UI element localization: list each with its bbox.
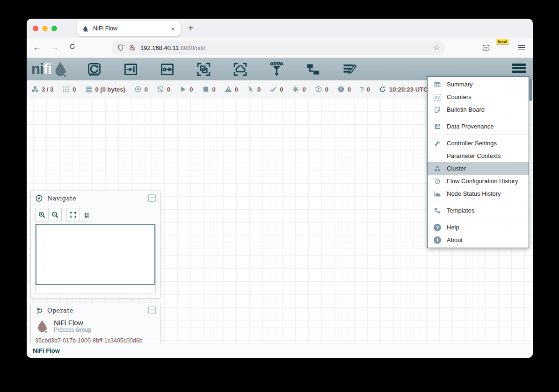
counters-icon: 23 [434, 94, 441, 100]
not-transmitting-count: 0 [167, 86, 170, 93]
zoom-out-button[interactable] [48, 208, 62, 221]
menu-item-data-provenance[interactable]: Data Provenance [428, 120, 529, 133]
breadcrumb: NiFi Flow [27, 343, 533, 358]
zoom-fit-button[interactable] [66, 208, 80, 221]
process-group-drop-icon [35, 318, 49, 334]
compass-icon [35, 194, 43, 202]
menu-item-cluster[interactable]: Cluster [428, 162, 529, 175]
zoom-in-icon [38, 211, 46, 219]
zoom-window-button[interactable] [51, 26, 57, 31]
history-icon [434, 178, 441, 185]
queued-count: 0 (0 bytes) [95, 86, 125, 93]
label-component-icon[interactable] [342, 62, 357, 77]
back-button[interactable]: ← [33, 43, 41, 52]
tracking-protection-shield-icon[interactable] [117, 44, 124, 51]
active-threads-count: 0 [73, 86, 76, 93]
menu-item-controller-settings[interactable]: Controller Settings [428, 137, 529, 150]
stopped-count: 0 [212, 86, 216, 93]
zoom-in-button[interactable] [35, 208, 49, 221]
menu-item-about[interactable]: iAbout [428, 234, 529, 246]
url-path: :8080/nifi/ [179, 44, 205, 51]
stale-icon [315, 86, 322, 93]
menu-item-help[interactable]: ?Help [428, 221, 529, 234]
bookmark-star-icon[interactable]: ☆ [434, 43, 440, 52]
running-count: 0 [189, 86, 193, 93]
minimize-window-button[interactable] [42, 26, 48, 31]
logo-text-fi: fi [44, 62, 51, 76]
help-icon: ? [434, 224, 441, 231]
scrollbar-thumb[interactable] [529, 79, 532, 101]
menu-item-node-status-history[interactable]: Node Status History [428, 187, 529, 200]
stale-count: 0 [325, 86, 328, 93]
funnel-component-icon[interactable] [269, 62, 284, 77]
output-port-component-icon[interactable] [160, 62, 175, 77]
menu-item-parameter-contexts[interactable]: Parameter Contexts [428, 150, 529, 162]
firefox-menu-icon[interactable] [518, 45, 525, 50]
templates-icon [434, 207, 441, 214]
menu-item-counters[interactable]: 23Counters [428, 91, 529, 103]
global-menu: Summary 23Counters Bulletin Board Data P… [427, 76, 529, 248]
navigate-title: Navigate [47, 195, 144, 202]
birdseye-map[interactable] [36, 224, 155, 285]
tab-close-icon[interactable]: × [170, 25, 176, 32]
cluster-icon [31, 86, 39, 93]
browser-toolbar: ← → 192.168.40.11:8080/nifi/ ☆ local [27, 38, 533, 58]
locally-modified-stale-count: 0 [348, 86, 351, 93]
selected-component-name: NiFi Flow [54, 319, 91, 327]
refresh-icon[interactable] [379, 86, 386, 93]
menu-item-summary[interactable]: Summary [428, 78, 529, 91]
menu-divider [428, 219, 529, 219]
locally-modified-count: 0 [302, 86, 305, 93]
disabled-count: 0 [257, 86, 261, 93]
macos-traffic-lights [33, 26, 57, 31]
nifi-drop-icon [52, 61, 69, 78]
template-component-icon[interactable] [305, 62, 321, 77]
up-to-date-count: 0 [280, 86, 283, 93]
tab-title: NiFi Flow [93, 25, 170, 32]
menu-item-flow-configuration-history[interactable]: Flow Configuration History [428, 175, 529, 187]
url-bar[interactable]: 192.168.40.11:8080/nifi/ ☆ [112, 41, 444, 55]
locally-modified-stale-icon [337, 86, 345, 93]
operate-title: Operate [47, 307, 144, 314]
insecure-lock-icon[interactable] [129, 44, 136, 51]
breadcrumb-root[interactable]: NiFi Flow [33, 347, 60, 354]
collapse-operate-button[interactable]: − [148, 306, 156, 314]
operate-glove-icon [34, 306, 44, 315]
active-threads-icon [62, 86, 70, 93]
menu-item-bulletin-board[interactable]: Bulletin Board [428, 103, 529, 116]
browser-tab-bar: NiFi Flow × + [27, 19, 533, 38]
invalid-icon [225, 86, 232, 93]
input-port-component-icon[interactable] [123, 62, 138, 77]
url-host: 192.168.40.11 [140, 44, 179, 51]
browser-tab[interactable]: NiFi Flow × [77, 21, 181, 36]
up-to-date-icon [269, 86, 277, 93]
url-text: 192.168.40.11:8080/nifi/ [140, 44, 205, 51]
logo-text-ni: ni [31, 62, 44, 76]
not-transmitting-icon [157, 86, 164, 93]
pocket-icon[interactable] [482, 43, 490, 52]
global-menu-button[interactable] [512, 64, 526, 73]
zoom-actual-size-button[interactable]: |:| [80, 208, 93, 221]
menu-divider [428, 202, 529, 202]
new-tab-button[interactable]: + [188, 22, 194, 34]
remote-process-group-component-icon[interactable] [232, 62, 248, 77]
menu-divider [428, 118, 529, 118]
menu-item-templates[interactable]: Templates [428, 204, 529, 217]
selected-component-type: Process Group [54, 327, 91, 334]
sync-failure-count: 0 [367, 86, 370, 93]
browser-window: NiFi Flow × + ← → 192.168.40.11:8080/nif… [27, 19, 533, 358]
last-refresh-time: 10:20:23 UTC [389, 86, 428, 93]
transmitting-count: 0 [145, 86, 148, 93]
forward-button[interactable]: → [51, 43, 59, 52]
profile-avatar[interactable]: local [499, 43, 509, 53]
collapse-navigate-button[interactable]: − [148, 194, 156, 202]
area-chart-icon [434, 190, 441, 198]
provenance-icon [434, 123, 441, 130]
nifi-app: nifi 3 / 3 0 0 (0 bytes) [27, 58, 533, 358]
summary-table-icon [434, 81, 441, 88]
screenshot-stage: NiFi Flow × + ← → 192.168.40.11:8080/nif… [0, 0, 559, 392]
close-window-button[interactable] [33, 26, 38, 31]
reload-button[interactable] [69, 43, 76, 52]
processor-component-icon[interactable] [87, 62, 102, 77]
process-group-component-icon[interactable] [196, 62, 211, 77]
